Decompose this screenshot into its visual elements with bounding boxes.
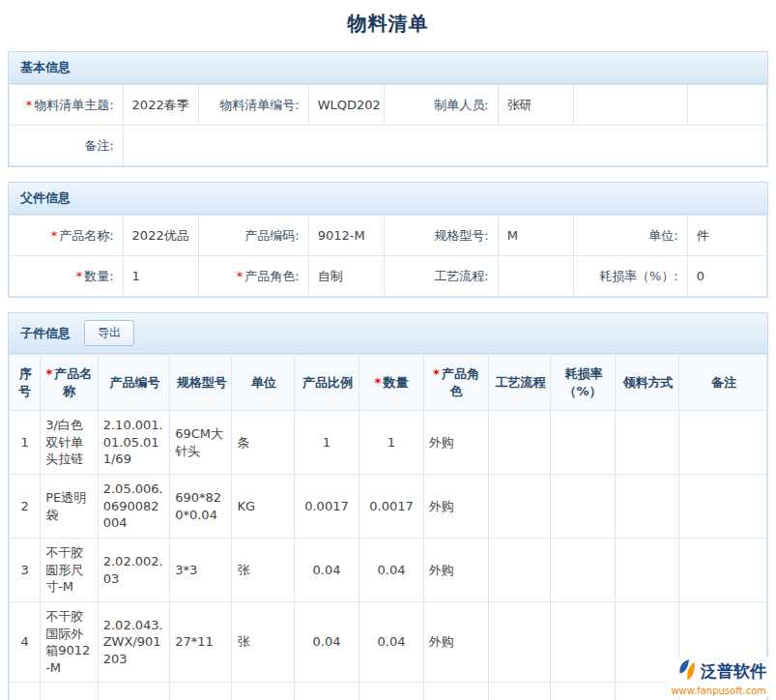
col-label: 工艺流程	[495, 375, 545, 390]
field-label-text: 制单人员:	[434, 98, 488, 112]
cell-unit: 张	[232, 602, 294, 683]
cell-picking	[616, 475, 679, 539]
col-loss-rate: 耗损率（%）	[550, 355, 615, 411]
cell-product-code: 2.10.001.01.05.011/69	[98, 411, 169, 475]
cell-loss-rate	[550, 683, 615, 700]
cell-ratio: 0.04	[294, 539, 359, 602]
col-index: 序号	[10, 355, 41, 411]
field-label-empty	[574, 85, 688, 126]
field-label-unit: 单位:	[574, 216, 688, 256]
cell-process	[489, 683, 551, 700]
cell-remark	[678, 475, 766, 539]
field-label-text: 产品名称:	[59, 228, 113, 243]
col-product-name: *产品名称	[41, 355, 99, 411]
cell-spec	[170, 683, 232, 700]
cell-role	[423, 683, 488, 700]
required-asterisk: *	[433, 366, 440, 381]
col-label: 序号	[18, 366, 32, 398]
col-product-code: 产品编号	[98, 355, 169, 411]
cell-unit: 条	[232, 411, 294, 475]
cell-index: 5	[10, 683, 41, 700]
export-button[interactable]: 导出	[84, 320, 134, 346]
page-title: 物料清单	[0, 0, 776, 51]
field-label-loss-rate: 耗损率（%）:	[574, 256, 688, 297]
field-value-product-name: 2022优品	[123, 216, 198, 256]
field-label-creator: 制单人员:	[385, 85, 499, 126]
cell-product-name: 外箱-圆	[41, 683, 99, 700]
child-table: 序号 *产品名称 产品编号 规格型号 单位 产品比例 *数量 *产品角色 工艺流…	[9, 354, 767, 700]
cell-process	[489, 602, 551, 683]
field-row: *物料清单主题: 2022春季 物料清单编号: WLQD202 制单人员: 张研	[10, 85, 767, 126]
cell-unit: 张	[232, 539, 294, 602]
field-label-product-code: 产品编码:	[198, 216, 308, 256]
brand-url: www.fanpusoft.com	[671, 685, 766, 696]
cell-product-code: 2.99.04	[98, 683, 169, 700]
brand-name: 泛普软件	[701, 660, 766, 683]
section-basic-info-header: 基本信息	[9, 52, 767, 84]
field-label-text: 单位:	[648, 228, 677, 243]
field-label-spec: 规格型号:	[385, 216, 499, 256]
cell-product-name: PE透明袋	[41, 475, 99, 539]
col-label: 领料方式	[623, 375, 674, 390]
col-process: 工艺流程	[489, 355, 551, 411]
cell-role: 外购	[423, 411, 488, 475]
cell-ratio: 0.04	[294, 602, 359, 683]
section-child-info: 子件信息 导出 序号 *产品名称 产品编号 规格型号 单位 产品比例 *数量 *…	[8, 312, 768, 700]
cell-process	[489, 539, 551, 602]
cell-unit	[232, 683, 294, 700]
cell-qty: 0.04	[359, 602, 424, 683]
cell-spec: 3*3	[170, 539, 232, 602]
cell-picking	[616, 539, 679, 602]
cell-role: 外购	[423, 602, 488, 683]
field-value-empty	[687, 85, 766, 126]
cell-qty	[359, 683, 424, 700]
cell-loss-rate	[550, 411, 615, 475]
field-value-quantity: 1	[123, 256, 198, 297]
basic-info-table: *物料清单主题: 2022春季 物料清单编号: WLQD202 制单人员: 张研…	[9, 84, 767, 166]
col-picking: 领料方式	[616, 355, 679, 411]
field-value-product-code: 9012-M	[308, 216, 384, 256]
section-parent-info: 父件信息 *产品名称: 2022优品 产品编码: 9012-M 规格型号: M …	[8, 182, 768, 298]
cell-ratio: 0.0017	[294, 475, 359, 539]
col-label: 单位	[251, 375, 276, 390]
field-label-process: 工艺流程:	[385, 256, 499, 297]
cell-unit: KG	[232, 475, 294, 539]
required-asterisk: *	[51, 228, 58, 243]
cell-spec: 690*820*0.04	[170, 475, 232, 539]
required-asterisk: *	[26, 98, 33, 112]
field-value-bom-number: WLQD202	[308, 85, 384, 126]
cell-product-code: 2.02.002.03	[98, 539, 169, 602]
field-label-product-name: *产品名称:	[10, 216, 124, 256]
cell-qty: 0.04	[359, 539, 424, 602]
cell-loss-rate	[550, 602, 615, 683]
cell-qty: 1	[359, 411, 424, 475]
parent-info-table: *产品名称: 2022优品 产品编码: 9012-M 规格型号: M 单位: 件…	[9, 215, 767, 297]
required-asterisk: *	[375, 375, 382, 390]
field-value-unit: 件	[687, 216, 766, 256]
field-label-text: 规格型号:	[434, 228, 488, 243]
cell-index: 3	[10, 539, 41, 602]
cell-process	[489, 475, 551, 539]
section-child-info-header: 子件信息 导出	[9, 313, 767, 354]
section-basic-info-title: 基本信息	[20, 59, 71, 76]
col-role: *产品角色	[423, 355, 488, 411]
col-label: 数量	[383, 375, 408, 390]
col-remark: 备注	[678, 355, 766, 411]
cell-product-name: 3/白色双针单头拉链	[41, 411, 99, 475]
col-label: 产品比例	[302, 375, 353, 390]
cell-picking	[616, 411, 679, 475]
field-label-text: 数量:	[84, 269, 113, 283]
field-label-text: 耗损率（%）:	[599, 269, 678, 283]
col-ratio: 产品比例	[294, 355, 359, 411]
field-value-process	[498, 256, 573, 297]
field-row: *数量: 1 *产品角色: 自制 工艺流程: 耗损率（%）: 0	[10, 256, 767, 297]
cell-remark	[678, 539, 766, 602]
cell-remark	[678, 411, 766, 475]
cell-loss-rate	[550, 539, 615, 602]
cell-loss-rate	[550, 475, 615, 539]
cell-ratio	[294, 683, 359, 700]
col-unit: 单位	[232, 355, 294, 411]
child-table-body: 13/白色双针单头拉链2.10.001.01.05.011/6969CM大针头条…	[10, 411, 767, 700]
field-value-spec: M	[498, 216, 573, 256]
table-row: 5外箱-圆2.99.04	[10, 683, 767, 700]
